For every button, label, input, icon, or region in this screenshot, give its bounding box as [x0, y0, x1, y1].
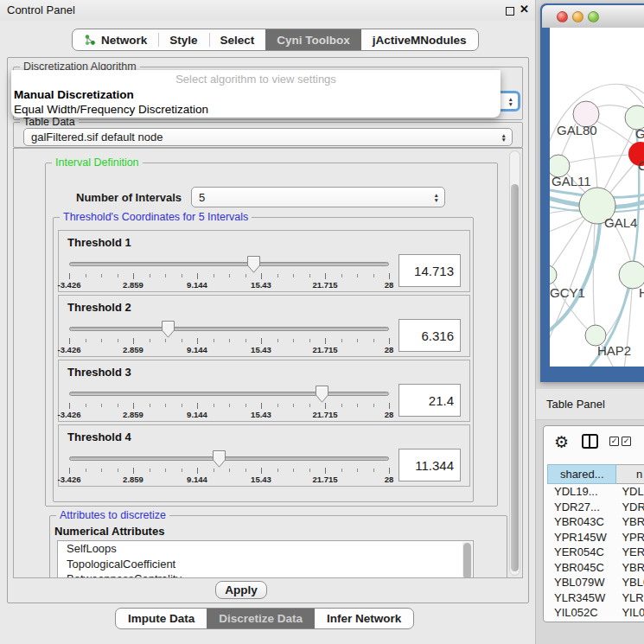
tick-mark	[293, 339, 294, 342]
column-header-shared[interactable]: shared...	[547, 464, 616, 484]
tab-cyni-toolbox[interactable]: Cyni Toolbox	[265, 29, 361, 50]
tick-mark	[229, 469, 230, 472]
slider-track[interactable]	[69, 262, 389, 266]
network-edge[interactable]	[604, 129, 634, 189]
attributes-scrollbar[interactable]	[462, 542, 472, 578]
table-data-group: Table Data galFiltered.sif default node	[13, 122, 523, 148]
tick-mark	[325, 338, 326, 344]
list-item[interactable]: SelfLoops	[58, 541, 473, 557]
minimize-traffic-light-icon[interactable]	[572, 11, 583, 22]
threshold-value-field[interactable]: 14.713	[399, 254, 461, 287]
table-cell: YDL19...	[547, 484, 616, 500]
tick-mark	[133, 403, 134, 409]
tick-mark	[357, 339, 358, 342]
scrollbar-thumb[interactable]	[511, 184, 519, 571]
close-icon[interactable]	[520, 3, 532, 16]
network-edge[interactable]	[609, 162, 636, 194]
tab-network[interactable]: Network	[73, 29, 158, 50]
dropdown-option-equal-width-frequency[interactable]: Equal Width/Frequency Discretization	[14, 103, 208, 116]
table-row[interactable]: YLR345WYLR3	[547, 590, 644, 606]
tab-infer-network[interactable]: Infer Network	[315, 609, 413, 628]
table-row[interactable]: YDL19...YDL1	[547, 484, 644, 500]
network-edge[interactable]	[550, 214, 588, 233]
table-panel-title: Table Panel	[546, 398, 605, 411]
network-node-gcy1[interactable]	[550, 265, 557, 284]
table-cell: YLR3	[616, 590, 644, 606]
tick-mark	[245, 339, 246, 342]
threshold-value-field[interactable]: 21.4	[399, 384, 461, 417]
network-edge[interactable]	[626, 86, 643, 104]
table-row[interactable]: YIL052CYIL0	[547, 605, 644, 621]
tab-style[interactable]: Style	[158, 29, 208, 50]
tick-mark	[118, 274, 118, 277]
tick-label: 28	[385, 410, 394, 419]
tab-select[interactable]: Select	[209, 29, 266, 50]
threshold-slider[interactable]: -3.4262.8599.14415.4321.71528	[69, 255, 389, 291]
settings-scrollpane: Interval Definition Number of Intervals …	[13, 148, 523, 578]
tick-mark	[182, 469, 182, 472]
list-item[interactable]: TopologicalCoefficient	[58, 557, 473, 572]
table-data-combobox[interactable]: galFiltered.sif default node	[23, 128, 513, 146]
table-row[interactable]: YER054CYER0	[547, 545, 644, 560]
threshold-slider[interactable]: -3.4262.8599.14415.4321.71528	[69, 320, 389, 356]
number-of-intervals-combobox[interactable]: 5	[191, 187, 445, 207]
table-cell: YBL0	[616, 575, 644, 590]
node-label-h: H	[639, 285, 644, 300]
table-row[interactable]: YBR045CYBR0	[547, 560, 644, 576]
slider-thumb[interactable]	[162, 321, 175, 341]
tick-mark	[165, 404, 166, 407]
tick-mark	[197, 468, 198, 474]
threshold-value-field[interactable]: 6.316	[399, 319, 461, 352]
tab-jactivemnodules[interactable]: jActiveMNodules	[361, 29, 478, 50]
tick-mark	[309, 339, 310, 342]
table-cell: YPR145W	[547, 530, 616, 545]
table-row[interactable]: YDR27...YDR2	[547, 500, 644, 515]
table-header-row: shared...n	[547, 464, 644, 484]
tick-label: 21.715	[312, 475, 337, 484]
table-row[interactable]: YBL079WYBL0	[547, 575, 644, 590]
slider-track[interactable]	[69, 456, 389, 461]
slider-track[interactable]	[69, 327, 389, 331]
float-window-icon[interactable]	[506, 7, 514, 16]
numerical-attributes-list[interactable]: SelfLoopsTopologicalCoefficientBetweenne…	[57, 540, 474, 578]
tick-mark	[229, 404, 230, 407]
threshold-slider[interactable]: -3.4262.8599.14415.4321.71528	[69, 385, 389, 421]
settings-vertical-scrollbar[interactable]	[509, 150, 520, 576]
tab-label: Cyni Toolbox	[277, 34, 350, 47]
tick-label: 2.859	[123, 475, 143, 484]
network-canvas[interactable]: GAL80GACGAL11GAL4GCY1HHAP2	[550, 28, 644, 367]
checkbox-checked-icon[interactable]	[622, 437, 631, 446]
thresholds-group-title: Threshold's Coordinates for 5 Intervals	[60, 211, 252, 224]
slider-track[interactable]	[69, 392, 389, 396]
dropdown-placeholder-option[interactable]: Select algorithm to view settings	[11, 73, 501, 86]
threshold-slider[interactable]: -3.4262.8599.14415.4321.71528	[69, 450, 389, 486]
attribute-items: SelfLoopsTopologicalCoefficientBetweenne…	[58, 541, 473, 578]
network-view-window[interactable]: GAL80GACGAL11GAL4GCY1HHAP2	[540, 3, 644, 382]
split-columns-icon[interactable]	[582, 434, 598, 449]
zoom-traffic-light-icon[interactable]	[588, 11, 599, 22]
dropdown-option-manual-discretization[interactable]: Manual Discretization	[14, 88, 134, 101]
slider-thumb[interactable]	[316, 386, 328, 406]
gear-icon[interactable]	[554, 432, 569, 452]
tick-mark	[341, 274, 342, 277]
checkbox-checked-icon[interactable]	[609, 437, 619, 446]
tick-label: 2.859	[123, 345, 143, 354]
tick-label: -3.426	[58, 345, 81, 354]
table-cell: YDR2	[616, 500, 644, 515]
column-header-n[interactable]: n	[616, 464, 644, 484]
table-row[interactable]: YPR145WYPR1	[547, 530, 644, 545]
table-row[interactable]: YBR043CYBR0	[547, 514, 644, 530]
tick-label: 9.144	[187, 410, 207, 419]
list-item[interactable]: BetweennessCentrality	[58, 571, 473, 578]
threshold-label: Threshold 2	[67, 301, 131, 314]
network-edge-highlighted[interactable]	[550, 223, 600, 334]
threshold-value-field[interactable]: 11.344	[399, 449, 461, 481]
tab-discretize-data[interactable]: Discretize Data	[207, 609, 315, 628]
tab-impute-data[interactable]: Impute Data	[116, 609, 207, 628]
network-edge[interactable]	[594, 224, 596, 326]
apply-button[interactable]: Apply	[215, 581, 267, 599]
close-traffic-light-icon[interactable]	[557, 11, 568, 22]
slider-thumb[interactable]	[247, 256, 260, 277]
scrollbar-thumb[interactable]	[463, 543, 471, 578]
slider-thumb[interactable]	[213, 450, 226, 471]
